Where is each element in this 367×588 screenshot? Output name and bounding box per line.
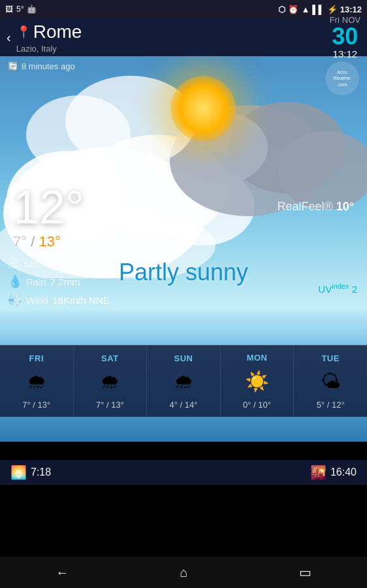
sunset-icon: 🌇 <box>310 465 327 480</box>
battery-icon: ⚡ <box>327 5 338 14</box>
weather-details: ⛈ Storms 20% 💧 Rain 7.2mm 💨 Wind 18Km/h … <box>8 257 110 311</box>
svg-point-9 <box>26 95 131 174</box>
forecast-icon: 🌧 <box>27 370 46 393</box>
recent-nav-button[interactable]: ▭ <box>299 564 311 580</box>
header-left: ‹ 📍 Rome Lazio, Italy <box>7 22 82 54</box>
storms-row: ⛈ Storms 20% <box>8 257 110 270</box>
rain-label: Rain <box>26 276 46 287</box>
main-temperature: 12° <box>13 184 84 231</box>
wind-value: 18Km/h NNE <box>52 295 110 306</box>
storms-icon: ⛈ <box>8 257 20 270</box>
city-name: Rome <box>33 22 82 42</box>
status-bar: 🖼 5° 🤖 ⬡ ⏰ ▲ ▌▌ ⚡ 13:12 <box>0 0 367 18</box>
rain-icon: 💧 <box>8 274 22 289</box>
storms-label: Storms <box>24 258 55 269</box>
forecast-day-tue: TUE 🌤 5° / 12° <box>294 346 367 417</box>
forecast-temps: 0° / 10° <box>243 400 271 410</box>
forecast-icon: ☀️ <box>245 370 269 393</box>
storms-value: 20% <box>59 258 78 269</box>
wind-label: Wind <box>26 295 48 306</box>
temp-low: 7° <box>13 233 27 250</box>
sun-glow <box>170 76 236 141</box>
forecast-icon: 🌤 <box>321 370 340 393</box>
uv-index: UVindex 2 <box>318 282 357 295</box>
region-name: Lazio, Italy <box>16 44 82 54</box>
sunrise-info: 🌅 7:18 <box>10 465 51 480</box>
forecast-temps: 5° / 12° <box>317 400 345 410</box>
wifi-icon: ▲ <box>301 5 310 14</box>
wind-icon: 💨 <box>8 293 22 307</box>
forecast-strip: FRI 🌧 7° / 13° SAT 🌧 7° / 13° SUN 🌧 4° /… <box>0 345 367 417</box>
update-label: 8 minutes ago <box>22 61 75 71</box>
bluetooth-icon: ⬡ <box>278 5 285 14</box>
bottom-bar: 🌅 7:18 🌇 16:40 <box>0 460 367 485</box>
sunrise-icon: 🌅 <box>10 465 27 480</box>
forecast-day-name: MON <box>247 353 268 363</box>
uv-sub: index <box>332 282 349 290</box>
back-button[interactable]: ‹ <box>7 30 11 45</box>
android-icon: 🤖 <box>27 5 37 14</box>
location-pin-icon: 📍 <box>16 25 31 39</box>
datetime-block: Fri NOV 30 13:12 <box>330 15 360 59</box>
forecast-day-name: FRI <box>29 353 44 363</box>
forecast-day-fri: FRI 🌧 7° / 13° <box>0 346 74 417</box>
alarm-icon: ⏰ <box>288 5 298 14</box>
forecast-day-name: TUE <box>321 353 340 363</box>
temp-high: 13° <box>39 233 60 250</box>
temperature-display: 12° 7° / 13° <box>13 184 84 250</box>
status-left: 🖼 5° 🤖 <box>5 5 37 14</box>
sunrise-time: 7:18 <box>31 466 51 478</box>
uv-value: 2 <box>352 284 357 295</box>
refresh-icon: 🔄 <box>8 61 18 71</box>
realfeel-display: RealFeel® 10° <box>277 200 354 214</box>
forecast-temps: 7° / 13° <box>22 400 50 410</box>
forecast-temps: 7° / 13° <box>96 400 124 410</box>
forecast-day-sat: SAT 🌧 7° / 13° <box>74 346 148 417</box>
rain-row: 💧 Rain 7.2mm <box>8 274 110 289</box>
accuweather-logo: AccuWeather.com <box>325 61 359 95</box>
temperature-range: 7° / 13° <box>13 233 84 250</box>
status-time: 13:12 <box>340 5 362 14</box>
realfeel-value: 10° <box>336 200 354 213</box>
wind-row: 💨 Wind 18Km/h NNE <box>8 293 110 307</box>
uv-label: UV <box>318 284 332 295</box>
forecast-day-name: SUN <box>174 353 193 363</box>
header-bar: ‹ 📍 Rome Lazio, Italy Fri NOV 30 13:12 <box>0 18 367 56</box>
header-time: 13:12 <box>333 48 358 59</box>
realfeel-label: RealFeel® <box>277 200 332 213</box>
status-temp: 5° <box>16 5 24 14</box>
home-nav-button[interactable]: ⌂ <box>180 565 187 580</box>
weather-main: 🔄 8 minutes ago AccuWeather.com 12° 7° /… <box>0 56 367 442</box>
rain-value: 7.2mm <box>50 276 80 287</box>
android-nav-bar: ← ⌂ ▭ <box>0 557 367 588</box>
status-right: ⬡ ⏰ ▲ ▌▌ ⚡ 13:12 <box>278 5 362 14</box>
back-nav-button[interactable]: ← <box>56 565 69 580</box>
forecast-icon: 🌧 <box>100 370 120 393</box>
image-icon: 🖼 <box>5 5 13 14</box>
sunset-info: 🌇 16:40 <box>310 465 357 480</box>
forecast-temps: 4° / 14° <box>170 400 198 410</box>
forecast-day-mon: MON ☀️ 0° / 10° <box>221 346 295 417</box>
forecast-day-sun: SUN 🌧 4° / 14° <box>147 346 221 417</box>
signal-icon: ▌▌ <box>312 5 324 14</box>
date-number: 30 <box>332 25 358 48</box>
forecast-icon: 🌧 <box>174 370 193 393</box>
sunset-time: 16:40 <box>330 466 357 478</box>
update-time: 🔄 8 minutes ago <box>8 61 75 71</box>
forecast-day-name: SAT <box>101 353 119 363</box>
location-block: 📍 Rome Lazio, Italy <box>16 22 82 54</box>
